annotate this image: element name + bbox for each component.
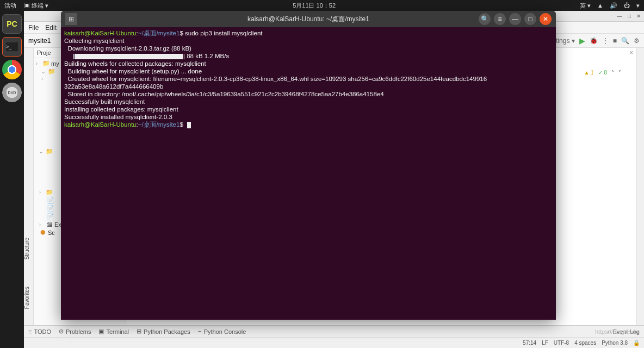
- terminal-output[interactable]: kaisarh@KaiSarH-Ubuntu:~/桌面/mysite1$ sud…: [61, 27, 556, 320]
- status-lock-icon[interactable]: 🔒: [633, 340, 640, 346]
- activities-button[interactable]: 活动: [4, 2, 16, 10]
- dock-chrome-icon[interactable]: [2, 60, 22, 79]
- window-minimize-icon[interactable]: —: [617, 13, 622, 19]
- tab-problems[interactable]: ⊘ Problems: [59, 328, 91, 335]
- watermark-text: https://blog.csdn: [595, 328, 639, 335]
- tree-item[interactable]: Sc: [48, 229, 55, 236]
- terminal-maximize-icon[interactable]: □: [524, 13, 536, 25]
- terminal-minimize-icon[interactable]: —: [509, 13, 521, 25]
- side-tab-strip-left: Structure Favorites: [24, 48, 34, 325]
- tab-terminal[interactable]: ▣ Terminal: [98, 328, 129, 335]
- terminal-header[interactable]: ⊞ kaisarh@KaiSarH-Ubuntu: ~/桌面/mysite1 🔍…: [61, 11, 556, 27]
- dock-disc-icon[interactable]: DVD: [2, 83, 22, 102]
- terminal-menu-icon[interactable]: ≡: [494, 13, 506, 25]
- pycharm-status-bar: 57:14 LF UTF-8 4 spaces Python 3.8 🔒: [24, 337, 644, 348]
- volume-icon[interactable]: 🔊: [610, 2, 617, 9]
- dock-terminal-icon[interactable]: >_: [2, 37, 22, 57]
- menu-file[interactable]: File: [28, 24, 39, 32]
- pycharm-bottom-tabs: ≡ TODO ⊘ Problems ▣ Terminal ⊞ Python Pa…: [24, 325, 644, 337]
- status-line-sep[interactable]: LF: [542, 340, 548, 346]
- dock-show-apps-icon[interactable]: [2, 322, 22, 341]
- tab-todo[interactable]: ≡ TODO: [28, 328, 51, 335]
- debug-button-icon[interactable]: 🐞: [590, 37, 598, 45]
- project-header[interactable]: Proje: [37, 49, 51, 56]
- inspection-ok-badge[interactable]: ✓ 8: [598, 70, 607, 76]
- tree-item[interactable]: Ex: [54, 221, 61, 228]
- ubuntu-top-bar: 活动 ▣ 终端 ▾ 5月11日 10：52 英 ▾ ▲ 🔊 ⏻ ▾: [0, 0, 644, 11]
- terminal-new-tab-icon[interactable]: ⊞: [65, 13, 77, 25]
- tree-root[interactable]: my: [51, 60, 59, 67]
- status-position[interactable]: 57:14: [523, 340, 536, 346]
- side-tab-favorites[interactable]: Favorites: [24, 287, 30, 309]
- window-maximize-icon[interactable]: □: [628, 13, 631, 19]
- toolbar-search-icon[interactable]: 🔍: [621, 37, 629, 45]
- terminal-close-icon[interactable]: ✕: [540, 13, 552, 25]
- status-encoding[interactable]: UTF-8: [554, 340, 569, 346]
- network-icon[interactable]: ▲: [597, 2, 603, 9]
- terminal-cursor: [187, 122, 191, 128]
- editor-close-icon[interactable]: ×: [629, 49, 633, 57]
- app-menu[interactable]: ▣ 终端 ▾: [24, 2, 48, 10]
- inspection-up-icon[interactable]: ˄: [611, 70, 614, 76]
- toolbar-settings-icon[interactable]: ⚙: [634, 37, 640, 45]
- power-icon[interactable]: ⏻: [624, 2, 630, 9]
- tab-python-console[interactable]: ⌁ Python Console: [198, 328, 246, 335]
- system-menu-arrow-icon[interactable]: ▾: [636, 2, 640, 9]
- toolbar-more-icon[interactable]: ⋮: [602, 37, 609, 45]
- terminal-title: kaisarh@KaiSarH-Ubuntu: ~/桌面/mysite1: [247, 15, 369, 24]
- dock-pycharm-icon[interactable]: PC: [2, 14, 22, 34]
- input-method-indicator[interactable]: 英 ▾: [580, 2, 591, 10]
- menu-edit[interactable]: Edit: [45, 24, 57, 32]
- inspection-warn-badge[interactable]: ▲ 1: [584, 70, 593, 76]
- inspection-down-icon[interactable]: ˅: [618, 70, 621, 76]
- breadcrumb-root[interactable]: mysite1: [28, 37, 51, 45]
- run-button-icon[interactable]: ▶: [579, 36, 585, 45]
- ubuntu-dock: PC >_ DVD: [0, 11, 24, 348]
- top-clock[interactable]: 5月11日 10：52: [293, 2, 336, 10]
- terminal-search-icon[interactable]: 🔍: [479, 13, 491, 25]
- status-indent[interactable]: 4 spaces: [574, 340, 596, 346]
- status-python[interactable]: Python 3.8: [602, 340, 628, 346]
- side-tab-structure[interactable]: Structure: [24, 238, 30, 260]
- window-close-icon[interactable]: ✕: [636, 13, 641, 19]
- tab-python-packages[interactable]: ⊞ Python Packages: [137, 328, 190, 335]
- editor-scrollbar[interactable]: [636, 48, 644, 325]
- terminal-window: ⊞ kaisarh@KaiSarH-Ubuntu: ~/桌面/mysite1 🔍…: [61, 11, 556, 320]
- toolbar-stop-icon[interactable]: ■: [613, 37, 617, 45]
